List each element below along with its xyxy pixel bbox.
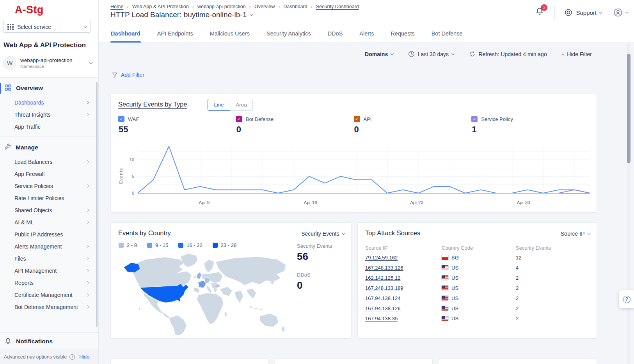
country-cell: US xyxy=(442,275,516,281)
source-ip-link[interactable]: 162.142.125.12 xyxy=(365,275,400,281)
sidebar-item-reports[interactable]: Reports xyxy=(0,277,98,289)
country-code: US xyxy=(451,295,458,301)
map-bucket-2-8: 2 - 8 xyxy=(119,242,137,248)
legend-item-bot-defense: ✓Bot Defense0 xyxy=(236,116,354,135)
tab-dashboard[interactable]: Dashboard xyxy=(110,26,141,43)
main-content: Domains Last 30 days Refresh: Updated 4 … xyxy=(99,43,634,364)
table-row: 167.248.133.126US4 xyxy=(365,263,590,273)
sidebar-item-label: Public IP Addresses xyxy=(14,231,63,238)
legend-checkbox-bot-defense[interactable]: ✓ xyxy=(236,116,242,122)
select-service-dropdown[interactable]: Select service xyxy=(3,21,91,33)
breadcrumb-separator: › xyxy=(192,4,194,9)
toggle-option-line[interactable]: Line xyxy=(208,99,230,111)
breadcrumb-item-dashboard[interactable]: Dashboard xyxy=(284,4,307,9)
sidebar-item-label: Dashboards xyxy=(14,99,44,106)
sidebar-item-bot-defense-management[interactable]: Bot Defense Management xyxy=(0,301,98,313)
sidebar-item-notifications[interactable]: Notifications xyxy=(0,332,98,350)
time-range-dropdown[interactable]: Last 30 days xyxy=(408,51,454,57)
sidebar-scrollbar[interactable] xyxy=(96,82,98,327)
security-events-count: 4 xyxy=(516,265,590,271)
source-ip-link[interactable]: 167.94.138.35 xyxy=(365,316,398,321)
legend-label: Bot Defense xyxy=(246,116,274,122)
tab-malicious-users[interactable]: Malicious Users xyxy=(210,26,250,43)
legend-checkbox-waf[interactable]: ✓ xyxy=(118,116,124,122)
account-menu[interactable] xyxy=(613,7,628,18)
main-scrollbar-thumb[interactable] xyxy=(627,54,630,163)
chevron-right-icon xyxy=(85,209,89,212)
funnel-icon xyxy=(112,72,118,78)
table-row: 162.142.125.12US2 xyxy=(365,273,590,283)
map-bucket-16-22: 16 - 22 xyxy=(178,242,202,248)
sidebar-item-files[interactable]: Files xyxy=(0,252,98,265)
source-ip-link[interactable]: 167.94.138.126 xyxy=(365,305,400,311)
map-region xyxy=(216,257,286,285)
svg-text:Apr 23: Apr 23 xyxy=(410,200,423,205)
grid-icon xyxy=(4,84,12,93)
divider xyxy=(554,6,555,19)
sidebar-item-api-management[interactable]: API Management xyxy=(0,265,98,277)
sidebar-item-dashboards[interactable]: Dashboards xyxy=(0,96,98,108)
legend-checkbox-service-policy[interactable]: ✓ xyxy=(471,116,478,122)
chevron-down-icon[interactable] xyxy=(250,13,253,16)
tab-bot-defense[interactable]: Bot Defense xyxy=(431,26,463,43)
source-ip-link[interactable]: 167.248.133.126 xyxy=(365,265,403,271)
map-region xyxy=(281,326,285,332)
sidebar-item-shared-objects[interactable]: Shared Objects xyxy=(0,204,98,216)
legend-checkbox-api[interactable]: ✓ xyxy=(354,116,360,122)
breadcrumb-item-webapp-api-protection[interactable]: webapp-api-protection xyxy=(197,4,246,9)
partial-card-2 xyxy=(275,359,433,364)
breadcrumb-item-home[interactable]: Home xyxy=(110,4,123,9)
tab-api-endpoints[interactable]: API Endpoints xyxy=(157,26,194,43)
svg-text:5: 5 xyxy=(132,174,134,179)
table-row: 79.124.59.162BG12 xyxy=(365,252,590,263)
hide-advanced-nav-link[interactable]: Hide xyxy=(79,354,89,360)
source-ip-link[interactable]: 167.94.138.124 xyxy=(365,295,400,301)
attack-sort-select[interactable]: Source IP xyxy=(561,231,590,237)
security-events-card-title[interactable]: Security Events by Type xyxy=(118,101,187,108)
legend-row: ✓Service Policy xyxy=(471,116,589,122)
sidebar-item-service-policies[interactable]: Service Policies xyxy=(0,180,98,192)
help-button[interactable]: ? xyxy=(619,290,634,308)
namespace-selector[interactable]: W webapp-api-protection Namespace xyxy=(3,56,96,69)
sidebar-group-header-manage[interactable]: Manage xyxy=(0,139,98,156)
add-filter-button[interactable]: Add Filter xyxy=(112,72,144,78)
sidebar-item-app-firewall[interactable]: App Firewall xyxy=(0,168,98,180)
domains-dropdown[interactable]: Domains xyxy=(365,51,393,57)
source-ip-link[interactable]: 167.248.133.189 xyxy=(365,285,403,291)
tab-ddos[interactable]: DDoS xyxy=(327,26,343,43)
sidebar-item-ai-ml[interactable]: AI & ML xyxy=(0,216,98,228)
support-lifebuoy-icon xyxy=(564,8,573,17)
sidebar-item-label: Threat Insights xyxy=(14,112,51,118)
breadcrumb-item-security-dashboard[interactable]: Security Dashboard xyxy=(316,4,359,9)
breadcrumb-separator: › xyxy=(127,4,128,9)
tab-requests[interactable]: Requests xyxy=(390,26,415,43)
sidebar-item-certificate-management[interactable]: Certificate Management xyxy=(0,289,98,301)
sidebar-group-header-overview[interactable]: Overview xyxy=(0,80,98,96)
map-bucket-swatch xyxy=(178,243,183,248)
map-bucket-label: 2 - 8 xyxy=(127,242,137,248)
sidebar-item-threat-insights[interactable]: Threat Insights xyxy=(0,108,98,121)
country-cell: US xyxy=(442,285,516,291)
flag-bg-icon xyxy=(442,255,448,260)
breadcrumb-item-overview[interactable]: Overview xyxy=(254,4,275,9)
breadcrumb-item-web-app-api-protection[interactable]: Web App & API Protection xyxy=(132,4,189,9)
tab-security-analytics[interactable]: Security Analytics xyxy=(266,26,311,43)
sidebar-item-app-traffic[interactable]: App Traffic xyxy=(0,121,98,133)
support-menu[interactable]: Support xyxy=(564,8,602,17)
events-by-country-title: Events by Country xyxy=(118,229,171,237)
sidebar-item-public-ip-addresses[interactable]: Public IP Addresses xyxy=(0,228,98,240)
product-title: Web App & API Protection xyxy=(4,41,86,49)
toggle-option-area[interactable]: Area xyxy=(230,99,253,111)
legend-label: Service Policy xyxy=(481,116,513,122)
sidebar-item-alerts-management[interactable]: Alerts Management xyxy=(0,240,98,252)
notifications-bell-button[interactable]: 3 xyxy=(535,7,544,18)
tab-alerts[interactable]: Alerts xyxy=(359,26,374,43)
sidebar-item-load-balancers[interactable]: Load Balancers xyxy=(0,156,98,168)
wrench-icon xyxy=(4,143,11,152)
refresh-button[interactable]: Refresh: Updated 4 min ago xyxy=(469,51,547,57)
hide-filter-button[interactable]: Hide Filter xyxy=(562,51,592,57)
chevron-down-icon xyxy=(342,232,345,235)
sidebar-item-rate-limiter-policies[interactable]: Rate Limiter Policies xyxy=(0,192,98,204)
source-ip-link[interactable]: 79.124.59.162 xyxy=(365,255,398,261)
country-metric-select[interactable]: Security Events xyxy=(301,231,345,237)
